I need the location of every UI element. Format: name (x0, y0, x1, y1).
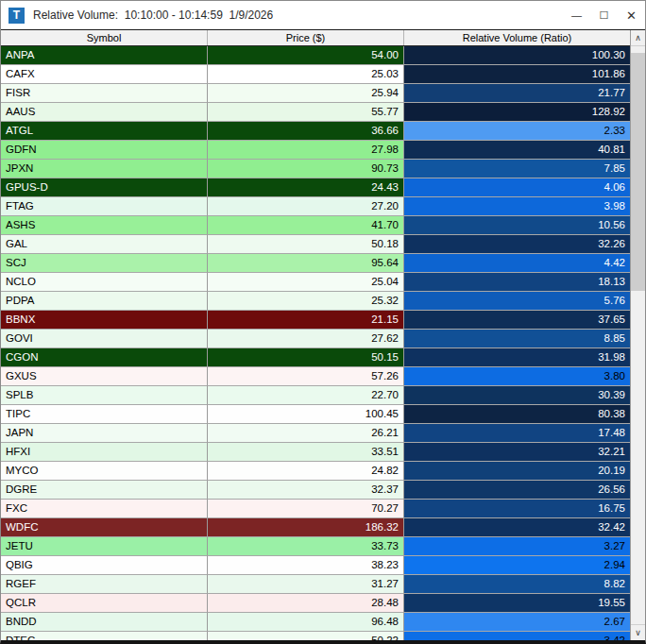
table-row[interactable]: BNDD 96.48 2.67 (1, 613, 630, 632)
data-grid: Symbol Price ($) Relative Volume (Ratio)… (1, 29, 645, 640)
symbol-cell: GOVI (1, 330, 208, 348)
scroll-down-button[interactable]: ∨ (631, 624, 645, 640)
table-row[interactable]: WDFC 186.32 32.42 (1, 518, 630, 537)
table-row[interactable]: FXC 70.27 16.75 (1, 500, 630, 518)
relative-volume-cell: 128.92 (404, 103, 630, 122)
vertical-scrollbar[interactable]: ∧ ∨ (630, 30, 645, 640)
table-row[interactable]: DTEC 50.22 3.42 (1, 632, 630, 640)
symbol-cell: QBIG (1, 556, 208, 575)
table-row[interactable]: AAUS 55.77 128.92 (1, 103, 630, 122)
table-row[interactable]: TIPC 100.45 80.38 (1, 405, 630, 424)
relative-volume-cell: 8.85 (404, 330, 630, 348)
relative-volume-cell: 26.56 (404, 481, 630, 500)
relative-volume-cell: 37.65 (404, 311, 630, 330)
relative-volume-cell: 3.80 (404, 367, 630, 386)
table-row[interactable]: JAPN 26.21 17.48 (1, 424, 630, 443)
table-row[interactable]: NCLO 25.04 18.13 (1, 273, 630, 292)
column-header-relative-volume[interactable]: Relative Volume (Ratio) (404, 30, 630, 45)
price-cell: 25.94 (208, 84, 404, 103)
price-cell: 25.32 (208, 292, 404, 311)
relative-volume-cell: 32.26 (404, 235, 630, 254)
relative-volume-cell: 19.55 (404, 594, 630, 613)
symbol-cell: FTAG (1, 197, 208, 216)
app-icon: T (8, 8, 25, 24)
table-row[interactable]: QCLR 28.48 19.55 (1, 594, 630, 613)
symbol-cell: AAUS (1, 103, 208, 122)
table-header-row: Symbol Price ($) Relative Volume (Ratio) (1, 30, 645, 46)
symbol-cell: HFXI (1, 443, 208, 462)
symbol-cell: GAL (1, 235, 208, 254)
table-row[interactable]: JPXN 90.73 7.85 (1, 160, 630, 178)
price-cell: 36.66 (208, 122, 404, 141)
table-row[interactable]: GPUS-D 24.43 4.06 (1, 178, 630, 197)
relative-volume-cell: 3.42 (404, 632, 630, 640)
column-header-symbol[interactable]: Symbol (1, 30, 208, 45)
table-row[interactable]: RGEF 31.27 8.82 (1, 575, 630, 594)
table-row[interactable]: PDPA 25.32 5.76 (1, 292, 630, 311)
price-cell: 27.62 (208, 330, 404, 348)
symbol-cell: JETU (1, 537, 208, 556)
table-row[interactable]: GXUS 57.26 3.80 (1, 367, 630, 386)
relative-volume-cell: 32.21 (404, 443, 630, 462)
table-row[interactable]: CAFX 25.03 101.86 (1, 65, 630, 84)
table-row[interactable]: HFXI 33.51 32.21 (1, 443, 630, 462)
table-row[interactable]: ANPA 54.00 100.30 (1, 46, 630, 65)
price-cell: 55.77 (208, 103, 404, 122)
symbol-cell: SCJ (1, 254, 208, 273)
table-row[interactable]: SPLB 22.70 30.39 (1, 386, 630, 405)
minimize-button[interactable]: — (563, 1, 590, 29)
price-cell: 24.82 (208, 462, 404, 481)
relative-volume-cell: 31.98 (404, 348, 630, 367)
price-cell: 50.15 (208, 348, 404, 367)
table-row[interactable]: JETU 33.73 3.27 (1, 537, 630, 556)
maximize-button[interactable]: ☐ (590, 1, 618, 29)
symbol-cell: FXC (1, 500, 208, 518)
price-cell: 54.00 (208, 46, 404, 65)
scroll-up-button[interactable]: ∧ (631, 30, 645, 46)
table-row[interactable]: ATGL 36.66 2.33 (1, 122, 630, 141)
price-cell: 96.48 (208, 613, 404, 632)
symbol-cell: QCLR (1, 594, 208, 613)
price-cell: 70.27 (208, 500, 404, 518)
symbol-cell: SPLB (1, 386, 208, 405)
price-cell: 38.23 (208, 556, 404, 575)
table-row[interactable]: GOVI 27.62 8.85 (1, 330, 630, 348)
table-row[interactable]: FTAG 27.20 3.98 (1, 197, 630, 216)
chevron-down-icon: ∨ (635, 628, 641, 637)
table-row[interactable]: BBNX 21.15 37.65 (1, 311, 630, 330)
symbol-cell: ASHS (1, 216, 208, 235)
relative-volume-cell: 17.48 (404, 424, 630, 443)
symbol-cell: FISR (1, 84, 208, 103)
close-button[interactable]: ✕ (618, 1, 645, 29)
scrollbar-thumb[interactable] (631, 53, 645, 291)
price-cell: 33.51 (208, 443, 404, 462)
relative-volume-cell: 101.86 (404, 65, 630, 84)
price-cell: 41.70 (208, 216, 404, 235)
column-header-price[interactable]: Price ($) (208, 30, 404, 45)
price-cell: 31.27 (208, 575, 404, 594)
table-row[interactable]: SCJ 95.64 4.42 (1, 254, 630, 273)
table-row[interactable]: ASHS 41.70 10.56 (1, 216, 630, 235)
relative-volume-cell: 80.38 (404, 405, 630, 424)
symbol-cell: CAFX (1, 65, 208, 84)
symbol-cell: ANPA (1, 46, 208, 65)
relative-volume-cell: 2.94 (404, 556, 630, 575)
table-row[interactable]: MYCO 24.82 20.19 (1, 462, 630, 481)
relative-volume-cell: 5.76 (404, 292, 630, 311)
symbol-cell: WDFC (1, 518, 208, 537)
table-row[interactable]: QBIG 38.23 2.94 (1, 556, 630, 575)
price-cell: 26.21 (208, 424, 404, 443)
table-row[interactable]: GDFN 27.98 40.81 (1, 141, 630, 160)
symbol-cell: JAPN (1, 424, 208, 443)
table-row[interactable]: CGON 50.15 31.98 (1, 348, 630, 367)
table-row[interactable]: FISR 25.94 21.77 (1, 84, 630, 103)
table-row[interactable]: DGRE 32.37 26.56 (1, 481, 630, 500)
symbol-cell: GPUS-D (1, 178, 208, 197)
relative-volume-cell: 21.77 (404, 84, 630, 103)
price-cell: 57.26 (208, 367, 404, 386)
symbol-cell: ATGL (1, 122, 208, 141)
symbol-cell: DGRE (1, 481, 208, 500)
price-cell: 24.43 (208, 178, 404, 197)
table-row[interactable]: GAL 50.18 32.26 (1, 235, 630, 254)
relative-volume-cell: 2.33 (404, 122, 630, 141)
